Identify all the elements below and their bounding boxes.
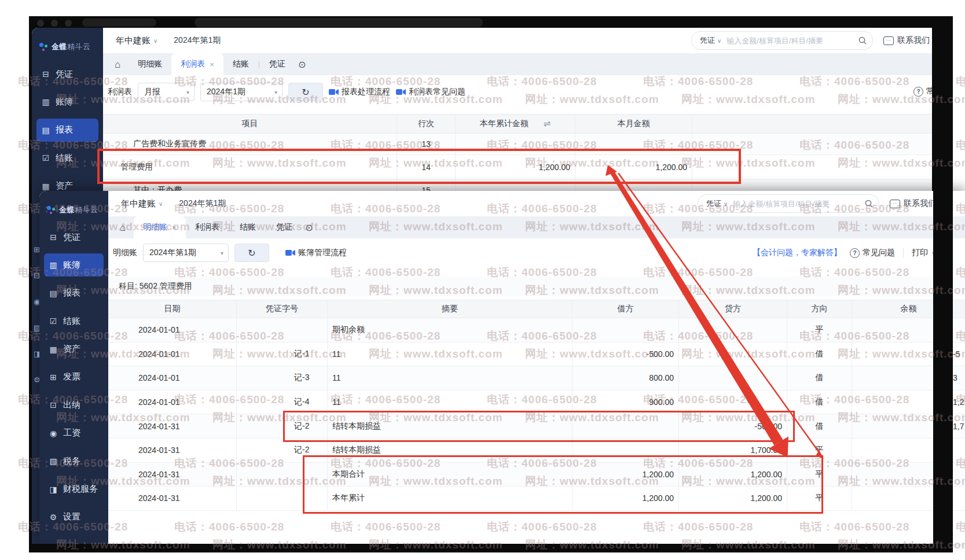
sidebar-item-label: 账簿	[63, 260, 80, 271]
swap-columns-icon[interactable]: ⇌	[544, 119, 551, 129]
close-icon[interactable]: ×	[210, 60, 214, 69]
contact-us-button[interactable]: ···联系我们	[890, 198, 936, 209]
chevron-down-icon: ∨	[724, 201, 728, 207]
home-tab-icon[interactable]: ⌂	[115, 59, 120, 71]
expert-qa-link[interactable]: 【会计问题，专家解答】	[753, 248, 842, 258]
sidebar-item-invoice[interactable]: ⊞发票	[44, 366, 104, 389]
col-header-credit[interactable]: 贷方	[679, 300, 787, 318]
tab-income-statement[interactable]: 利润表×	[171, 53, 223, 75]
ledger-toolbar: 明细账 2024年第1期▾ ↻ 账簿管理流程 【会计问题，专家解答】 ?常见问题…	[108, 242, 965, 264]
tab-voucher[interactable]: 凭证	[267, 216, 302, 238]
print-button[interactable]: 打印▾	[912, 248, 935, 258]
tab-detail-ledger[interactable]: 明细账	[129, 53, 171, 75]
tab-detail-ledger[interactable]: 明细账×	[134, 216, 186, 238]
video-icon	[396, 89, 406, 95]
sidebar-item-label: 财税服务	[63, 484, 98, 495]
report-toolbar: 利润表 月报▾ 2024年1期▾ ↻ 报表处理流程 利润表常见问题	[103, 81, 932, 103]
cell-direction: 平	[787, 439, 852, 462]
global-search[interactable]: 凭证∨	[698, 194, 879, 213]
sidebar-item-tax[interactable]: ▧税务	[44, 450, 104, 473]
search-input[interactable]	[725, 36, 854, 46]
tab-voucher[interactable]: 凭证	[260, 53, 295, 75]
col-header-item[interactable]: 项目	[103, 115, 397, 133]
sidebar-item-closing[interactable]: ☑结账	[36, 146, 98, 170]
col-header-date[interactable]: 日期	[108, 300, 237, 318]
cell-credit	[679, 342, 787, 366]
occluded-icon: ◉	[34, 297, 39, 306]
sidebar-item-label: 资产	[56, 180, 73, 191]
sidebar-item-settings[interactable]: ⚙设置	[44, 506, 104, 529]
sidebar-item-voucher[interactable]: ⊟凭证	[44, 226, 104, 249]
col-header-direction[interactable]: 方向	[787, 300, 852, 318]
app-logo[interactable]: 金蝶精斗云	[32, 28, 103, 56]
period-select[interactable]: 2024年第1期▾	[143, 244, 229, 262]
col-header-voucher[interactable]: 凭证字号	[237, 300, 328, 318]
table-row[interactable]: 2024-01-01记-111-500.00借-5	[108, 342, 965, 367]
sidebar-item-label: 工资	[63, 428, 80, 439]
table-row[interactable]: 2024-01-01记-411900.00借1,2	[108, 390, 965, 415]
close-icon[interactable]: ×	[172, 223, 177, 232]
refresh-button[interactable]: ↻	[288, 83, 323, 101]
sidebar-item-fiscal-services[interactable]: ◨财税服务	[44, 478, 104, 501]
sidebar-item-label: 设置	[63, 511, 80, 522]
sidebar-item-books[interactable]: ▥账簿	[36, 90, 98, 113]
message-icon: ···	[883, 36, 894, 45]
sidebar-item-reports[interactable]: ▤报表	[44, 282, 104, 305]
company-switcher[interactable]: 年中建账∨	[121, 198, 163, 209]
sidebar-item-closing[interactable]: ☑结账	[44, 310, 104, 333]
cell-debit	[573, 318, 679, 342]
report-process-link[interactable]: 报表处理流程	[329, 87, 390, 97]
cell-date: 2024-01-31	[108, 463, 237, 487]
tab-label: 明细账	[143, 222, 167, 233]
sidebar-item-reports[interactable]: ▤报表	[36, 119, 98, 142]
search-icon[interactable]	[858, 36, 867, 45]
col-header-summary[interactable]: 摘要	[328, 300, 573, 318]
chevron-down-icon: ▾	[186, 89, 189, 95]
tab-overflow-icon[interactable]: ⊙	[298, 59, 306, 70]
table-row[interactable]: 2024-01-31记-2结转本期损益-500.00借1,7	[108, 414, 965, 439]
col-header-debit[interactable]: 借方	[573, 300, 679, 318]
cell-date: 2024-01-31	[108, 414, 237, 438]
sidebar-item-assets[interactable]: ▦资产	[44, 338, 104, 361]
app-logo[interactable]: 金蝶精斗云	[39, 191, 108, 219]
home-tab-icon[interactable]: ⌂	[120, 222, 126, 234]
global-search[interactable]: 凭证∨	[691, 31, 873, 50]
contact-us-button[interactable]: ···联系我们	[883, 35, 930, 46]
search-scope-select[interactable]: 凭证∨	[700, 35, 721, 46]
cell-direction: 借	[787, 342, 852, 366]
search-input[interactable]	[732, 199, 861, 209]
table-row[interactable]: 2024-01-01期初余额平	[108, 318, 965, 342]
sidebar-item-cashier[interactable]: ⊡出纳	[44, 393, 104, 417]
sidebar-item-books[interactable]: ▥账簿	[44, 253, 104, 277]
faq-link[interactable]: ?常见问题	[850, 248, 895, 258]
search-icon[interactable]	[865, 200, 873, 208]
report-faq-link[interactable]: 利润表常见问题	[396, 87, 465, 97]
frequency-select[interactable]: 月报▾	[138, 83, 195, 101]
col-header-line[interactable]: 行次	[397, 115, 456, 133]
period-select[interactable]: 2024年1期▾	[200, 83, 282, 101]
sidebar-item-voucher[interactable]: ⊟凭证	[36, 62, 98, 86]
faq-link[interactable]: ?常见问题	[913, 86, 932, 97]
table-row[interactable]: 2024-01-31本期合计1,200.001,200.00平	[108, 463, 965, 487]
table-row[interactable]: 2024-01-31记-2结转本期损益1,700.00平	[108, 439, 965, 463]
cell-credit	[679, 318, 787, 342]
chevron-down-icon: ∨	[717, 38, 721, 44]
refresh-button[interactable]: ↻	[234, 244, 269, 262]
voucher-icon: ⊟	[49, 233, 58, 242]
table-row[interactable]: 管理费用141,200.001,200.00	[103, 155, 932, 180]
search-scope-select[interactable]: 凭证∨	[706, 198, 728, 209]
tab-closing[interactable]: 结账	[230, 216, 265, 238]
tab-closing[interactable]: 结账	[223, 53, 258, 75]
col-header-ytd[interactable]: 本年累计金额⇌	[456, 115, 575, 133]
col-header-month[interactable]: 本月金额	[575, 115, 692, 133]
tab-overflow-icon[interactable]: ⊙	[305, 222, 313, 233]
cell-debit	[573, 439, 679, 462]
tab-income-statement[interactable]: 利润表	[186, 216, 229, 238]
ledger-process-link[interactable]: 账簿管理流程	[285, 248, 347, 258]
table-row[interactable]: 广告费和业务宣传费13	[103, 134, 932, 155]
window-header: 年中建账∨ 2024年第1期 凭证∨ ···联系我们	[103, 28, 932, 53]
sidebar-item-payroll[interactable]: ◉工资	[44, 422, 104, 445]
table-row[interactable]: 2024-01-31本年累计1,200.001,200.00平	[108, 487, 965, 511]
company-switcher[interactable]: 年中建账∨	[116, 35, 157, 46]
table-row[interactable]: 2024-01-01记-311800.00借3	[108, 366, 965, 390]
